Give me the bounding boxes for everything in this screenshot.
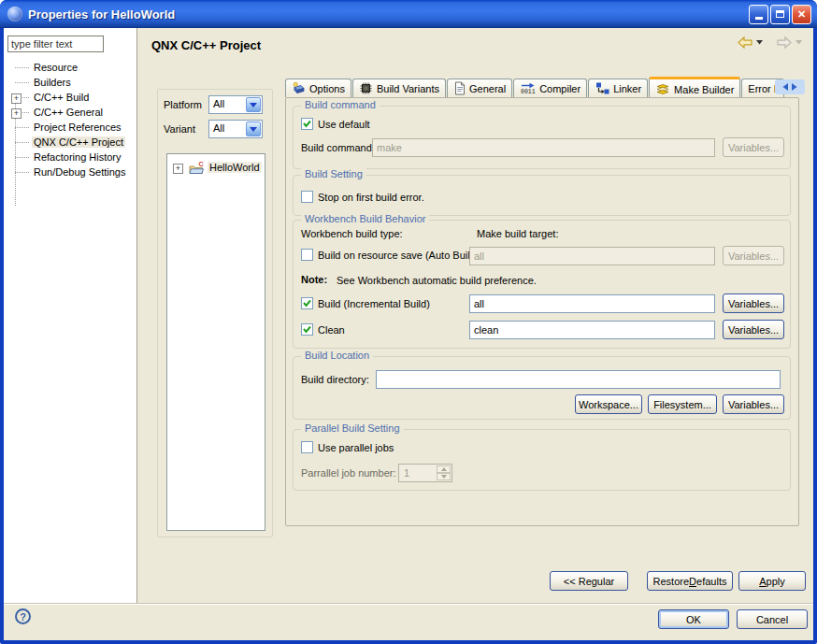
close-button[interactable]: ✕	[792, 5, 811, 24]
incremental-build-checkbox[interactable]	[301, 297, 313, 309]
project-tree: + C HelloWorld	[166, 153, 265, 531]
parallel-job-number-stepper: 1	[398, 464, 452, 482]
scroll-tabs-right-icon[interactable]	[792, 83, 797, 91]
properties-dialog: Properties for HelloWorld ✕ Resource Bui…	[0, 0, 817, 644]
sidebar-item-cpp-build[interactable]: +C/C++ Build	[4, 90, 136, 105]
use-default-row: Use default	[301, 118, 370, 130]
filter-input[interactable]	[7, 36, 104, 52]
filesystem-button[interactable]: Filesystem...	[648, 394, 717, 414]
group-title: Workbench Build Behavior	[301, 213, 429, 224]
build-directory-input[interactable]	[376, 370, 781, 389]
make-builder-panel: Build command Use default Build command:…	[285, 97, 799, 526]
group-title: Build Location	[301, 350, 373, 361]
note-label: Note:	[301, 274, 327, 285]
platform-row: Platform All	[164, 95, 263, 114]
incremental-target-input[interactable]	[469, 294, 715, 313]
build-directory-label: Build directory:	[301, 374, 369, 385]
variables-button[interactable]: Variables...	[723, 394, 784, 414]
variant-label: Variant	[164, 123, 208, 135]
use-parallel-jobs-row: Use parallel jobs	[301, 441, 394, 453]
sidebar-divider	[136, 28, 137, 603]
use-default-checkbox[interactable]	[301, 118, 313, 130]
tab-linker[interactable]: Linker	[588, 79, 648, 97]
group-title: Build command	[301, 99, 380, 110]
close-icon: ✕	[797, 8, 806, 21]
tab-scroll-controls	[775, 79, 805, 94]
help-button[interactable]: ?	[15, 608, 31, 624]
stepper-arrows	[437, 465, 451, 480]
build-location-group: Build Location Build directory: Workspac…	[293, 356, 791, 420]
expand-icon[interactable]: +	[11, 108, 22, 119]
footer-separator	[4, 603, 813, 605]
title-bar[interactable]: Properties for HelloWorld ✕	[0, 0, 817, 28]
parallel-build-group: Parallel Build Setting Use parallel jobs…	[293, 429, 791, 491]
linker-icon	[595, 81, 609, 95]
make-build-target-label: Make build target:	[477, 228, 558, 239]
expand-icon[interactable]: +	[11, 93, 22, 104]
tab-make-builder[interactable]: Make Builder	[649, 77, 740, 97]
window-icon	[7, 7, 22, 21]
ok-button[interactable]: OK	[658, 609, 729, 629]
forward-menu-caret-icon	[796, 40, 802, 45]
make-builder-icon	[655, 82, 670, 96]
project-item-helloworld[interactable]: + C HelloWorld	[167, 159, 265, 176]
variables-button[interactable]: Variables...	[723, 320, 784, 339]
build-setting-group: Build Setting Stop on first build error.	[293, 175, 791, 216]
build-command-input	[372, 138, 715, 157]
parallel-job-number-label: Parrallel job number:	[301, 467, 396, 479]
preferences-tree: Resource Builders +C/C++ Build +C/C++ Ge…	[4, 60, 136, 179]
scroll-tabs-left-icon[interactable]	[782, 83, 788, 91]
stepper-down-icon	[437, 473, 451, 480]
back-icon[interactable]	[737, 36, 753, 49]
dialog-body: Resource Builders +C/C++ Build +C/C++ Ge…	[4, 28, 813, 640]
variables-button[interactable]: Variables...	[723, 293, 784, 313]
regular-toggle-button[interactable]: << Regular	[550, 571, 628, 591]
window-controls: ✕	[749, 5, 811, 24]
apply-button[interactable]: Apply	[738, 571, 806, 591]
preferences-sidebar: Resource Builders +C/C++ Build +C/C++ Ge…	[4, 28, 136, 603]
expand-icon[interactable]: +	[173, 164, 183, 174]
clean-row: Clean	[301, 323, 345, 336]
history-nav	[737, 36, 802, 49]
sidebar-item-resource[interactable]: Resource	[4, 60, 136, 75]
variant-select[interactable]: All	[208, 120, 263, 138]
workspace-button[interactable]: Workspace...	[575, 394, 642, 414]
auto-build-row: Build on resource save (Auto Build)	[301, 249, 479, 261]
stepper-up-icon	[437, 465, 451, 473]
tab-general[interactable]: General	[447, 79, 512, 97]
svg-text:C: C	[199, 161, 204, 167]
sidebar-item-qnx-project[interactable]: QNX C/C++ Project	[4, 135, 136, 150]
back-menu-caret-icon[interactable]	[756, 40, 763, 45]
tab-compiler[interactable]: 0011 Compiler	[513, 79, 587, 97]
stop-on-error-checkbox[interactable]	[301, 191, 313, 203]
maximize-button[interactable]	[770, 5, 790, 24]
window-title: Properties for HelloWorld	[28, 7, 749, 21]
sidebar-item-builders[interactable]: Builders	[4, 75, 136, 90]
build-variants-icon	[359, 81, 373, 95]
build-command-label: Build command:	[301, 142, 375, 153]
group-title: Parallel Build Setting	[301, 422, 404, 434]
auto-build-checkbox[interactable]	[301, 249, 313, 261]
chevron-down-icon[interactable]	[246, 122, 261, 136]
cancel-button[interactable]: Cancel	[737, 609, 808, 629]
restore-defaults-button[interactable]: Restore Defaults	[647, 571, 733, 591]
chevron-down-icon[interactable]	[246, 97, 261, 112]
platform-select[interactable]: All	[208, 95, 263, 114]
compiler-icon: 0011	[520, 81, 536, 95]
sidebar-item-project-references[interactable]: Project References	[4, 120, 136, 135]
variables-button: Variables...	[723, 137, 784, 157]
build-command-group: Build command Use default Build command:…	[293, 106, 791, 169]
minimize-button[interactable]	[749, 5, 768, 24]
use-parallel-jobs-checkbox[interactable]	[301, 441, 313, 453]
clean-checkbox[interactable]	[301, 323, 313, 336]
c-project-folder-icon: C	[188, 161, 205, 175]
sidebar-item-run-debug-settings[interactable]: Run/Debug Settings	[4, 165, 136, 179]
sidebar-item-refactoring-history[interactable]: Refactoring History	[4, 150, 136, 165]
sidebar-item-cpp-general[interactable]: +C/C++ General	[4, 105, 136, 120]
tab-options[interactable]: Options	[285, 79, 351, 97]
forward-icon	[776, 36, 793, 49]
tab-strip: Options Build Variants	[285, 77, 805, 97]
clean-target-input[interactable]	[469, 321, 715, 339]
general-icon	[453, 81, 466, 95]
tab-build-variants[interactable]: Build Variants	[352, 79, 446, 97]
